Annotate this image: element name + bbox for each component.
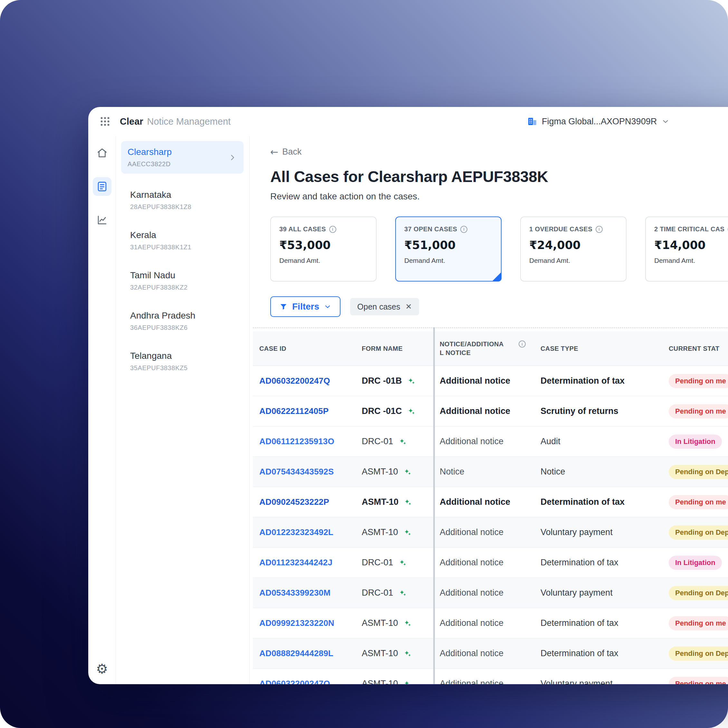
status-badge: Pending on Dept xyxy=(669,465,728,479)
chevron-right-icon xyxy=(228,153,237,162)
ai-sparkle-icon xyxy=(398,589,407,598)
case-type: Audit xyxy=(534,436,662,447)
page-subtitle: Review and take action on the cases. xyxy=(270,191,728,202)
sidebar-item-state[interactable]: Karnataka 28AEPUF3838K1Z8 xyxy=(121,180,243,220)
filter-row: Filters Open cases ✕ xyxy=(270,296,728,317)
filters-button[interactable]: Filters xyxy=(270,296,341,317)
case-id-link[interactable]: AD099921323220N xyxy=(253,618,355,628)
main-content: ← Back All Cases for Clearsharp AEPUF383… xyxy=(250,136,728,684)
ai-sparkle-icon xyxy=(398,558,407,567)
form-name: DRC-01 xyxy=(362,558,393,567)
page-title: All Cases for Clearsharp AEPUF3838K xyxy=(270,168,728,185)
case-type: Voluntary payment xyxy=(534,527,662,537)
case-type: Determination of tax xyxy=(534,618,662,628)
table-row[interactable]: AD088829444289L ASMT-10 Additional notic… xyxy=(253,638,728,669)
form-name: ASMT-10 xyxy=(362,467,398,477)
entity-gstin: AAECC3822D xyxy=(128,161,172,168)
case-type: Determination of tax xyxy=(534,376,662,386)
stat-card-caption: Demand Amt. xyxy=(279,257,367,265)
table-row[interactable]: AD012232323492L ASMT-10 Additional notic… xyxy=(253,517,728,548)
table-row[interactable]: AD075434343592S ASMT-10 Notice Notice Pe… xyxy=(253,457,728,487)
org-selector[interactable]: Figma Global...AXOPN3909R xyxy=(527,107,670,136)
org-name: Figma Global...AXOPN3909R xyxy=(542,116,657,127)
table-header: CASE ID FORM NAME NOTICE/ADDITIONAL NOTI… xyxy=(253,332,728,366)
table-row[interactable]: AD061121235913O DRC-01 Additional notice… xyxy=(253,427,728,457)
sidebar-item-state[interactable]: Tamil Nadu 32AEPUF3838KZ2 xyxy=(121,261,243,301)
case-id-link[interactable]: AD05343399230M xyxy=(253,588,355,598)
info-icon[interactable]: i xyxy=(329,226,336,233)
table-row[interactable]: AD011232344242J DRC-01 Additional notice… xyxy=(253,548,728,578)
sidebar-item-state[interactable]: Telangana 35AEPUF3838KZ5 xyxy=(121,341,243,381)
notice-type: Additional notice xyxy=(433,406,534,416)
notice-type: Additional notice xyxy=(433,558,534,567)
settings-icon[interactable]: ⚙ xyxy=(96,662,108,676)
frozen-column-divider[interactable] xyxy=(433,327,435,684)
back-button[interactable]: ← Back xyxy=(270,147,301,157)
stat-card-caption: Demand Amt. xyxy=(529,257,618,265)
status-badge: In Litigation xyxy=(669,556,722,570)
sidebar-item-state[interactable]: Andhra Pradesh 36AEPUF3838KZ6 xyxy=(121,301,243,341)
nav-notices[interactable] xyxy=(93,177,112,196)
table-row[interactable]: AD05343399230M DRC-01 Additional notice … xyxy=(253,578,728,608)
filter-chip-open-cases[interactable]: Open cases ✕ xyxy=(350,298,419,315)
case-id-link[interactable]: AD011232344242J xyxy=(253,558,355,567)
case-id-link[interactable]: AD06032200247Q xyxy=(253,376,355,386)
state-name: Karnataka xyxy=(130,190,241,200)
info-icon[interactable]: i xyxy=(596,226,603,233)
case-id-link[interactable]: AD075434343592S xyxy=(253,467,355,477)
chip-close-icon[interactable]: ✕ xyxy=(405,302,412,311)
case-id-link[interactable]: AD06032200247Q xyxy=(253,679,355,684)
state-gstin: 35AEPUF3838KZ5 xyxy=(130,364,241,372)
icon-rail: ⚙ xyxy=(88,136,116,684)
chevron-down-icon xyxy=(661,117,670,125)
top-bar: Clear Notice Management Figma Global...A… xyxy=(88,107,728,136)
case-type: Voluntary payment xyxy=(534,679,662,684)
nav-analytics[interactable] xyxy=(93,211,112,229)
ai-sparkle-icon xyxy=(403,467,412,476)
state-name: Tamil Nadu xyxy=(130,270,241,281)
sidebar-item-state[interactable]: Kerala 31AEPUF3838K1Z1 xyxy=(121,220,243,261)
case-id-link[interactable]: AD061121235913O xyxy=(253,436,355,447)
ai-sparkle-icon xyxy=(403,498,412,507)
ai-sparkle-icon xyxy=(398,437,407,446)
info-icon[interactable]: i xyxy=(460,226,467,233)
stat-card[interactable]: 1 OVERDUE CASES i ₹24,000 Demand Amt. xyxy=(520,216,627,281)
case-id-link[interactable]: AD06222112405P xyxy=(253,406,355,416)
stat-card[interactable]: 37 OPEN CASES i ₹51,000 Demand Amt. xyxy=(395,216,502,281)
status-badge: In Litigation xyxy=(669,434,722,449)
case-id-link[interactable]: AD09024523222P xyxy=(253,497,355,507)
table-row[interactable]: AD099921323220N ASMT-10 Additional notic… xyxy=(253,608,728,638)
state-name: Kerala xyxy=(130,230,241,240)
nav-home[interactable] xyxy=(93,144,112,162)
table-row[interactable]: AD06222112405P DRC -01C Additional notic… xyxy=(253,396,728,427)
status-badge: Pending on me xyxy=(669,404,728,418)
state-name: Telangana xyxy=(130,351,241,361)
stat-card[interactable]: 39 ALL CASES i ₹53,000 Demand Amt. xyxy=(270,216,376,281)
state-gstin: 28AEPUF3838K1Z8 xyxy=(130,203,241,211)
table-row[interactable]: AD06032200247Q DRC -01B Additional notic… xyxy=(253,366,728,396)
case-id-link[interactable]: AD088829444289L xyxy=(253,648,355,658)
stat-cards: 39 ALL CASES i ₹53,000 Demand Amt. 37 OP… xyxy=(270,216,728,281)
status-badge: Pending on Dept xyxy=(669,647,728,661)
app-launcher-icon[interactable] xyxy=(99,116,111,127)
notice-type: Additional notice xyxy=(433,588,534,598)
building-icon xyxy=(527,116,537,127)
product-name: Notice Management xyxy=(147,116,231,127)
table-row[interactable]: AD06032200247Q ASMT-10 Additional notice… xyxy=(253,669,728,684)
form-name: DRC-01 xyxy=(362,588,393,598)
funnel-icon xyxy=(279,303,288,311)
info-icon[interactable]: i xyxy=(518,341,526,347)
sidebar-item-clearsharp[interactable]: Clearsharp AAECC3822D xyxy=(121,141,243,174)
form-name: ASMT-10 xyxy=(362,679,398,684)
status-badge: Pending on me xyxy=(669,616,728,630)
form-name: DRC-01 xyxy=(362,436,393,447)
chart-icon xyxy=(96,214,108,226)
form-name: ASMT-10 xyxy=(362,618,398,628)
stat-card[interactable]: 2 TIME CRITICAL CAS i ₹14,000 Demand Amt… xyxy=(645,216,728,281)
case-id-link[interactable]: AD012232323492L xyxy=(253,527,355,537)
table-row[interactable]: AD09024523222P ASMT-10 Additional notice… xyxy=(253,487,728,517)
stat-card-label: 1 OVERDUE CASES xyxy=(529,225,592,233)
stat-card-caption: Demand Amt. xyxy=(404,257,492,265)
col-case-id: CASE ID xyxy=(253,336,355,361)
notice-type: Notice xyxy=(433,467,534,477)
